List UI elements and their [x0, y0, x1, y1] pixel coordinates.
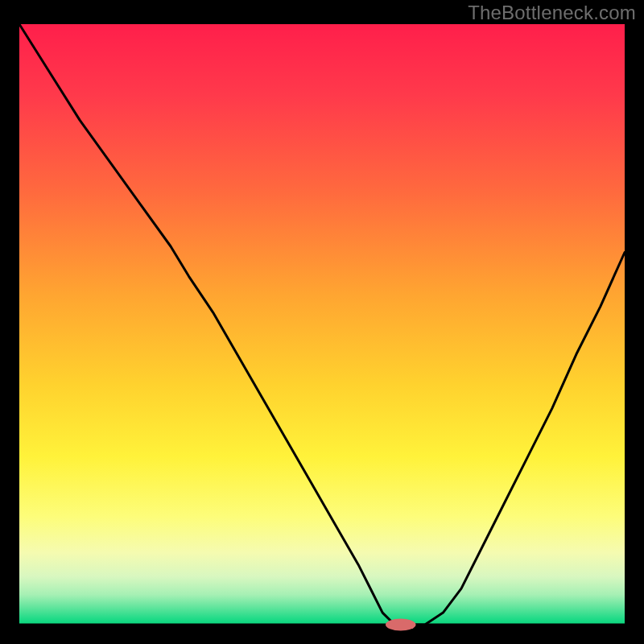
bottleneck-plot	[0, 0, 644, 644]
watermark: TheBottleneck.com	[468, 2, 636, 24]
plot-background	[19, 24, 625, 625]
optimum-marker	[386, 619, 416, 631]
chart-container: { "watermark": "TheBottleneck.com", "cha…	[0, 0, 644, 644]
